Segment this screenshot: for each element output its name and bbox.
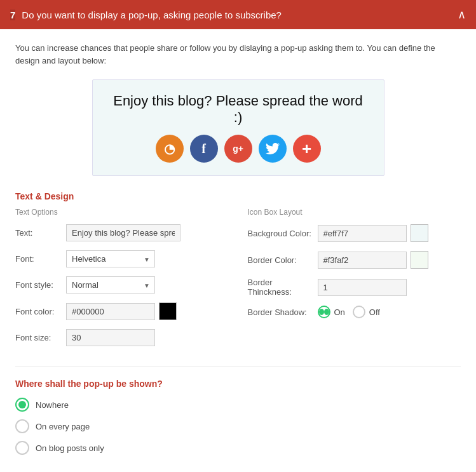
preview-box: Enjoy this blog? Please spread the word … — [92, 79, 384, 176]
text-options-subtitle: Text Options — [15, 208, 229, 217]
radio-every-page-row[interactable]: On every page — [15, 419, 461, 433]
section-title: Do you want to display a pop-up, asking … — [22, 10, 458, 20]
border-thickness-row: Border Thinckness: — [248, 278, 461, 297]
border-shadow-options: On Off — [318, 306, 380, 318]
rss-icon[interactable]: ◔ — [156, 135, 184, 163]
radio-nowhere[interactable] — [15, 398, 29, 412]
googleplus-icon[interactable]: g+ — [224, 135, 252, 163]
plus-icon[interactable]: + — [293, 135, 321, 163]
font-size-input[interactable] — [66, 329, 155, 346]
radio-every-page[interactable] — [15, 419, 29, 433]
radio-nowhere-row[interactable]: Nowhere — [15, 398, 461, 412]
border-shadow-off-radio[interactable] — [353, 306, 365, 318]
text-row: Text: — [15, 224, 229, 241]
text-input[interactable] — [66, 224, 180, 241]
border-shadow-on[interactable]: On — [318, 306, 345, 318]
bg-color-swatch[interactable] — [411, 224, 428, 242]
section-header: 7 Do you want to display a pop-up, askin… — [0, 0, 476, 29]
font-select-wrap: Helvetica Arial Georgia ▼ — [66, 250, 155, 267]
section-divider — [15, 367, 461, 367]
bg-color-row: Backgroud Color: — [248, 224, 461, 242]
bg-color-input[interactable] — [318, 225, 407, 242]
collapse-icon[interactable]: ∧ — [458, 8, 466, 22]
font-row: Font: Helvetica Arial Georgia ▼ — [15, 250, 229, 267]
font-label: Font: — [15, 254, 66, 264]
border-thickness-label: Border Thinckness: — [248, 278, 318, 297]
radio-blog-posts-row[interactable]: On blog posts only — [15, 441, 461, 455]
border-color-swatch[interactable] — [411, 251, 428, 269]
font-style-select-wrap: Normal Bold Italic ▼ — [66, 276, 155, 293]
border-shadow-label: Border Shadow: — [248, 307, 318, 317]
border-color-input[interactable] — [318, 252, 407, 269]
font-color-label: Font color: — [15, 307, 66, 316]
social-icons-row: ◔ f g+ + — [108, 135, 369, 163]
bg-color-label: Backgroud Color: — [248, 229, 318, 238]
text-design-title: Text & Design — [15, 191, 461, 201]
font-color-row: Font color: — [15, 302, 229, 320]
section-number: 7 — [10, 10, 15, 20]
border-color-row: Border Color: — [248, 251, 461, 269]
radio-nowhere-label: Nowhere — [36, 400, 69, 410]
border-shadow-off-label: Off — [369, 307, 380, 317]
border-shadow-on-radio[interactable] — [318, 306, 330, 318]
description-text: You can increase chances that people sha… — [15, 42, 461, 67]
preview-text: Enjoy this blog? Please spread the word … — [108, 93, 369, 126]
border-shadow-on-label: On — [334, 307, 345, 317]
font-color-swatch[interactable] — [159, 302, 177, 320]
border-shadow-row: Border Shadow: On Off — [248, 306, 461, 318]
font-style-select[interactable]: Normal Bold Italic — [66, 276, 155, 293]
facebook-icon[interactable]: f — [190, 135, 218, 163]
left-column: Text Options Text: Font: Helvetica Arial… — [15, 208, 229, 355]
popup-location-section: Where shall the pop-up be shown? Nowhere… — [15, 379, 461, 455]
border-thickness-input[interactable] — [318, 279, 407, 296]
font-size-row: Font size: — [15, 329, 229, 346]
border-shadow-off[interactable]: Off — [353, 306, 380, 318]
font-style-row: Font style: Normal Bold Italic ▼ — [15, 276, 229, 293]
options-columns: Text Options Text: Font: Helvetica Arial… — [15, 208, 461, 355]
twitter-icon[interactable] — [259, 135, 287, 163]
border-color-label: Border Color: — [248, 255, 318, 265]
font-color-input[interactable] — [66, 303, 155, 320]
font-style-label: Font style: — [15, 280, 66, 290]
text-label: Text: — [15, 228, 66, 238]
font-select[interactable]: Helvetica Arial Georgia — [66, 250, 155, 267]
icon-box-subtitle: Icon Box Layout — [248, 208, 461, 217]
radio-blog-posts-label: On blog posts only — [36, 443, 104, 453]
popup-location-question: Where shall the pop-up be shown? — [15, 379, 461, 389]
radio-blog-posts[interactable] — [15, 441, 29, 455]
font-size-label: Font size: — [15, 333, 66, 342]
right-column: Icon Box Layout Backgroud Color: Border … — [248, 208, 461, 355]
radio-every-page-label: On every page — [36, 422, 90, 431]
